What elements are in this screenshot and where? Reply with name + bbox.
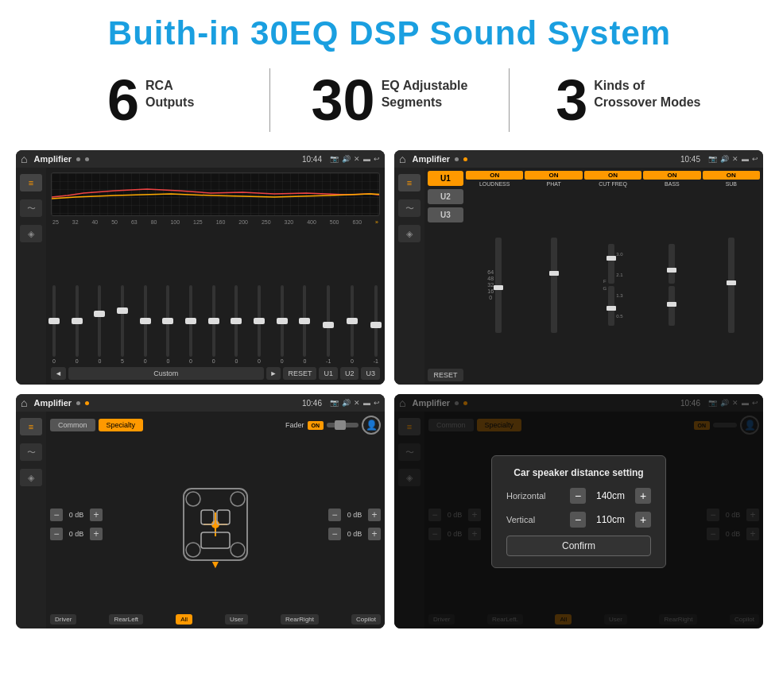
eq-track[interactable] — [351, 285, 354, 357]
loudness-on[interactable]: ON — [466, 171, 523, 180]
rearright-btn-3[interactable]: RearRight — [281, 614, 319, 625]
camera-icon-2: 📷 — [708, 155, 717, 163]
bass-on[interactable]: ON — [643, 171, 700, 180]
camera-icon-3: 📷 — [330, 399, 339, 407]
copilot-btn-3[interactable]: Copilot — [351, 614, 381, 625]
eq-u1-btn[interactable]: U1 — [319, 367, 338, 380]
bass-track2[interactable] — [669, 286, 675, 326]
eq-slider-col: 0 — [212, 285, 215, 364]
sidebar-eq-icon-2[interactable]: ≡ — [398, 174, 421, 191]
channel-cutfreq: ON CUT FREQ FG — [584, 171, 641, 381]
sidebar-eq-icon-3[interactable]: ≡ — [20, 418, 42, 435]
camera-icon-1: 📷 — [330, 155, 339, 163]
loudness-track[interactable] — [495, 238, 502, 333]
stat-label-eq: EQ AdjustableSegments — [382, 78, 468, 111]
eq-reset-btn[interactable]: RESET — [283, 367, 316, 380]
eq-u2-btn[interactable]: U2 — [340, 367, 359, 380]
eq-prev-btn[interactable]: ◄ — [51, 367, 66, 380]
screen-speaker: ⌂ Amplifier 10:46 📷 🔊 ✕ ▬ ↩ ≡ 〜 ◈ Common — [16, 394, 385, 628]
eq-track[interactable] — [303, 285, 306, 357]
eq-track[interactable] — [374, 285, 378, 357]
user-btn-3[interactable]: User — [225, 614, 248, 625]
eq-slider-col: 5 — [121, 285, 124, 364]
eq-label: 40 — [91, 219, 98, 225]
sidebar-wave-icon[interactable]: 〜 — [20, 199, 42, 217]
vertical-minus-btn[interactable]: − — [570, 512, 586, 528]
cutfreq-on[interactable]: ON — [584, 171, 641, 180]
db-plus-tr[interactable]: + — [368, 509, 381, 521]
eq-track[interactable] — [166, 285, 169, 357]
amp2-main: U1 U2 U3 RESET ON LOUDNESS 64 48 — [424, 168, 763, 385]
db-value-br: 0 dB — [343, 530, 366, 538]
eq-u3-btn[interactable]: U3 — [361, 367, 380, 380]
phat-slider — [551, 188, 557, 381]
eq-track[interactable] — [76, 285, 79, 357]
tab-common-3[interactable]: Common — [50, 419, 95, 431]
sub-track[interactable] — [728, 238, 734, 333]
sidebar-eq-icon[interactable]: ≡ — [20, 174, 42, 191]
back-icon-3: ↩ — [374, 399, 380, 407]
amp2-channels: ON LOUDNESS 64 48 32 16 0 — [466, 171, 760, 381]
volume-icon-3: 🔊 — [342, 399, 351, 407]
screens-grid: ⌂ Amplifier 10:44 📷 🔊 ✕ ▬ ↩ ≡ 〜 ◈ — [0, 144, 779, 635]
eq-slider-col: 0 — [351, 285, 354, 364]
db-control-tr: − 0 dB + — [328, 509, 381, 521]
volume-icon-2: 🔊 — [720, 155, 729, 163]
db-plus-tl[interactable]: + — [90, 509, 103, 521]
eq-expand-icon[interactable]: » — [375, 219, 378, 225]
db-minus-tl[interactable]: − — [50, 509, 63, 521]
all-btn-3[interactable]: All — [176, 614, 192, 625]
db-minus-br[interactable]: − — [328, 528, 341, 540]
eq-track[interactable] — [121, 285, 124, 357]
eq-track[interactable] — [281, 285, 284, 357]
car-diagram-3: ▼ — [107, 438, 324, 611]
eq-label: 125 — [193, 219, 203, 225]
sidebar-wave-icon-3[interactable]: 〜 — [20, 443, 42, 461]
eq-track[interactable] — [258, 285, 261, 357]
eq-track[interactable] — [234, 285, 238, 357]
bass-track1[interactable] — [669, 244, 675, 284]
dialog-horizontal-row: Horizontal − 140cm + — [506, 488, 651, 504]
eq-track[interactable] — [212, 285, 215, 357]
driver-btn-3[interactable]: Driver — [50, 614, 76, 625]
rearleft-btn-3[interactable]: RearLeft — [109, 614, 143, 625]
back-icon-1: ↩ — [374, 155, 380, 163]
svg-rect-11 — [217, 510, 230, 524]
eq-track[interactable] — [98, 285, 101, 357]
confirm-button[interactable]: Confirm — [506, 536, 651, 556]
u3-btn[interactable]: U3 — [428, 207, 463, 222]
horizontal-plus-btn[interactable]: + — [635, 488, 651, 504]
u2-btn[interactable]: U2 — [428, 189, 463, 204]
sidebar-speaker-icon[interactable]: ◈ — [20, 225, 42, 242]
db-value-tr: 0 dB — [343, 511, 366, 519]
eq-track[interactable] — [327, 285, 330, 357]
phat-track[interactable] — [551, 238, 557, 333]
cutfreq-track1[interactable] — [608, 244, 614, 284]
eq-track[interactable] — [189, 285, 192, 357]
x-icon-1: ✕ — [354, 155, 360, 163]
amp2-reset-btn[interactable]: RESET — [428, 369, 463, 381]
u1-btn[interactable]: U1 — [428, 171, 463, 186]
db-minus-tr[interactable]: − — [328, 509, 341, 521]
db-plus-br[interactable]: + — [368, 528, 381, 540]
sub-on[interactable]: ON — [703, 171, 760, 180]
cutfreq-track2[interactable] — [608, 286, 614, 326]
eq-track[interactable] — [52, 285, 56, 357]
vertical-plus-btn[interactable]: + — [635, 512, 651, 528]
horizontal-minus-btn[interactable]: − — [570, 488, 586, 504]
fader-on-3[interactable]: ON — [308, 421, 324, 430]
eq-slider-col: 0 — [303, 285, 306, 364]
db-plus-bl[interactable]: + — [90, 528, 103, 540]
eq-track[interactable] — [144, 285, 147, 357]
stats-row: 6 RCAOutputs 30 EQ AdjustableSegments 3 … — [0, 60, 779, 144]
window-icon-2: ▬ — [742, 155, 749, 163]
fader-slider-3[interactable] — [327, 423, 358, 427]
phat-on[interactable]: ON — [525, 171, 582, 180]
db-minus-bl[interactable]: − — [50, 528, 63, 540]
eq-next-btn[interactable]: ► — [266, 367, 281, 380]
sidebar-speaker-icon-2[interactable]: ◈ — [398, 225, 421, 242]
eq-label: 100 — [170, 219, 180, 225]
tab-specialty-3[interactable]: Specialty — [99, 419, 144, 431]
sidebar-speaker-icon-3[interactable]: ◈ — [20, 469, 42, 486]
sidebar-wave-icon-2[interactable]: 〜 — [398, 199, 421, 217]
